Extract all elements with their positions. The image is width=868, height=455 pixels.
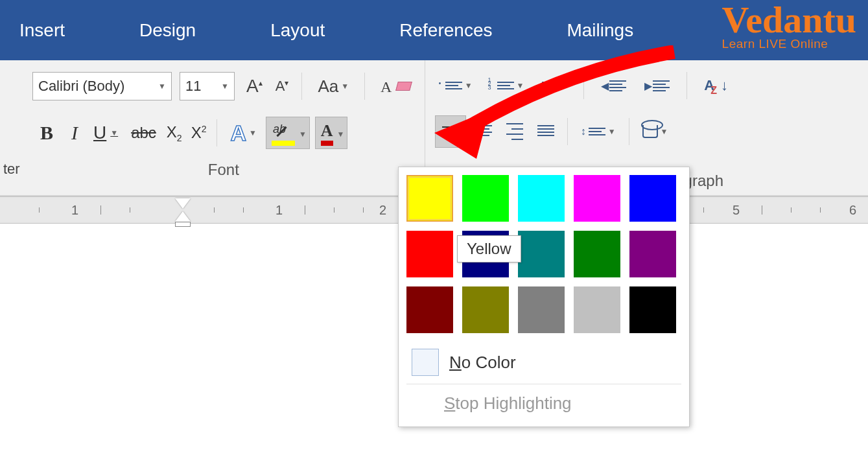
increase-indent-button[interactable]: ▶ bbox=[639, 76, 675, 96]
chevron-down-icon: ▼ bbox=[158, 82, 166, 91]
color-swatch-teal[interactable] bbox=[518, 231, 565, 277]
sort-button[interactable]: AZ↓ bbox=[699, 75, 733, 97]
menu-mailings[interactable]: Mailings bbox=[567, 20, 633, 41]
align-left-button[interactable] bbox=[435, 115, 466, 148]
shrink-font-button[interactable]: A▾ bbox=[274, 78, 290, 95]
subscript-button[interactable]: X2 bbox=[164, 118, 185, 148]
font-name-combo[interactable]: Calibri (Body) ▼ bbox=[32, 72, 172, 100]
stop-highlighting-option[interactable]: Stop Highlighting bbox=[406, 384, 681, 419]
multilevel-list-button[interactable]: ▼ bbox=[537, 77, 572, 94]
ruler-number: 1 bbox=[71, 203, 78, 218]
ruler-number: 1 bbox=[276, 203, 283, 218]
chevron-down-icon: ▼ bbox=[299, 130, 307, 139]
ruler-number: 6 bbox=[849, 203, 856, 218]
no-color-icon bbox=[412, 349, 439, 376]
color-swatch-red[interactable] bbox=[406, 231, 453, 277]
color-swatch-black[interactable] bbox=[629, 286, 676, 333]
text-effects-button[interactable]: A▼ bbox=[225, 118, 261, 148]
color-swatch-bright-green[interactable] bbox=[462, 175, 509, 222]
chevron-down-icon: ▼ bbox=[337, 130, 345, 139]
align-right-button[interactable] bbox=[501, 119, 528, 145]
clear-formatting-button[interactable]: A bbox=[377, 76, 415, 97]
font-color-button[interactable]: A ▼ bbox=[315, 117, 348, 149]
eraser-icon bbox=[395, 82, 412, 91]
shading-button[interactable]: ▼ bbox=[637, 122, 674, 141]
font-group-label: Font bbox=[32, 161, 415, 179]
strikethrough-button[interactable]: abc bbox=[127, 119, 160, 147]
font-size-value: 11 bbox=[185, 78, 201, 95]
font-color-icon: A bbox=[321, 122, 333, 146]
grow-font-button[interactable]: A▴ bbox=[242, 76, 266, 97]
decrease-indent-button[interactable]: ◀ bbox=[596, 76, 631, 96]
color-swatch-gray-50[interactable] bbox=[518, 286, 565, 333]
format-painter-partial: ter ◢ bbox=[0, 60, 23, 195]
menu-layout[interactable]: Layout bbox=[270, 20, 325, 41]
font-group: Calibri (Body) ▼ 11 ▼ A▴ A▾ Aa▼ A B I U▼… bbox=[23, 60, 425, 195]
italic-button[interactable]: I bbox=[65, 117, 84, 149]
color-swatch-gray-25[interactable] bbox=[574, 286, 620, 333]
bullets-button[interactable]: ▼ bbox=[435, 77, 478, 94]
paint-bucket-icon bbox=[642, 125, 658, 138]
highlight-color-dropdown: Yellow No Color Stop Highlighting bbox=[398, 167, 690, 427]
color-swatch-yellow[interactable] bbox=[406, 175, 453, 222]
line-spacing-button[interactable]: ↕▼ bbox=[576, 123, 621, 140]
color-swatch-blue[interactable] bbox=[629, 175, 676, 222]
color-swatch-green[interactable] bbox=[574, 231, 620, 277]
color-tooltip: Yellow bbox=[457, 235, 521, 262]
font-size-combo[interactable]: 11 ▼ bbox=[180, 72, 235, 100]
menu-references[interactable]: References bbox=[399, 20, 492, 41]
superscript-button[interactable]: X2 bbox=[189, 119, 209, 147]
menu-insert[interactable]: Insert bbox=[19, 20, 65, 41]
color-swatch-dark-red[interactable] bbox=[406, 286, 453, 333]
highlighter-icon: ab bbox=[272, 122, 295, 146]
indent-marker-icon[interactable] bbox=[175, 198, 191, 227]
change-case-button[interactable]: Aa▼ bbox=[314, 76, 353, 97]
color-swatch-dark-yellow[interactable] bbox=[462, 286, 509, 333]
format-painter-label: ter bbox=[0, 161, 23, 178]
ruler-number: 2 bbox=[379, 203, 386, 218]
numbering-button[interactable]: ▼ bbox=[486, 77, 530, 94]
color-swatch-violet[interactable] bbox=[629, 231, 676, 277]
ruler-number: 5 bbox=[733, 203, 740, 218]
color-swatch-turquoise[interactable] bbox=[518, 175, 565, 222]
vedantu-logo: Vedantu Learn LIVE Online bbox=[722, 3, 856, 51]
logo-text: Vedantu bbox=[722, 3, 856, 37]
bold-button[interactable]: B bbox=[32, 117, 61, 149]
menu-design[interactable]: Design bbox=[139, 20, 196, 41]
font-name-value: Calibri (Body) bbox=[38, 78, 124, 95]
justify-button[interactable] bbox=[532, 121, 559, 143]
color-swatch-pink[interactable] bbox=[574, 175, 620, 222]
align-center-button[interactable] bbox=[470, 121, 497, 143]
no-color-option[interactable]: No Color bbox=[406, 341, 681, 384]
chevron-down-icon: ▼ bbox=[221, 82, 229, 91]
highlight-color-button[interactable]: ab ▼ bbox=[266, 117, 310, 149]
underline-button[interactable]: U▼ bbox=[88, 117, 123, 148]
